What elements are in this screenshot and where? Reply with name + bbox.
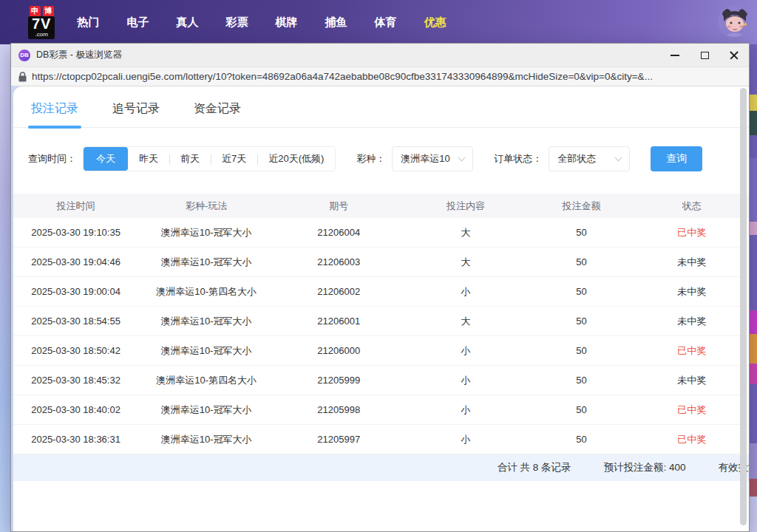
nav-item[interactable]: 体育: [374, 16, 396, 30]
lock-icon: [18, 72, 27, 82]
table-row: 2025-03-30 18:50:42澳洲幸运10-冠军大小21206000小5…: [13, 336, 749, 366]
chevron-down-icon: [615, 154, 622, 162]
lottery-select-value: 澳洲幸运10: [401, 152, 449, 166]
minimize-button[interactable]: [660, 44, 690, 66]
time-option[interactable]: 近7天: [211, 147, 257, 171]
table-cell: 50: [528, 316, 634, 327]
table-cell: 澳洲幸运10-冠军大小: [138, 344, 274, 358]
time-option[interactable]: 前天: [169, 147, 211, 171]
table-cell: 50: [528, 256, 634, 267]
close-button[interactable]: [719, 44, 749, 66]
records-card: 投注记录追号记录资金记录 查询时间： 今天昨天前天近7天近20天(低频) 彩种：…: [13, 86, 749, 531]
order-status-label: 订单状态：: [494, 152, 542, 166]
table-cell: 小: [403, 344, 528, 358]
summary-item: 预计投注金额: 400: [603, 461, 685, 474]
time-option[interactable]: 近20天(低频): [257, 147, 335, 171]
browser-window: DB DB彩票 - 极速浏览器 https://ctopcp02pcali.ue…: [10, 43, 750, 532]
bet-records-table: 投注时间彩种-玩法期号投注内容投注金额状态 2025-03-30 19:10:3…: [13, 194, 749, 481]
user-avatar[interactable]: [718, 5, 751, 38]
table-cell: 澳洲幸运10-冠军大小: [138, 403, 274, 417]
table-cell: 50: [528, 286, 634, 297]
table-body: 2025-03-30 19:10:35澳洲幸运10-冠军大小21206004大5…: [13, 218, 749, 454]
table-cell: 2025-03-30 19:10:35: [13, 227, 138, 238]
nav-item[interactable]: 优惠: [424, 16, 446, 30]
nav-item[interactable]: 真人: [176, 16, 198, 30]
table-cell: 大: [403, 256, 528, 269]
table-cell: 小: [403, 285, 528, 299]
table-cell: 50: [528, 404, 634, 415]
logo-brand: 7V: [32, 16, 51, 32]
tab[interactable]: 追号记录: [112, 91, 160, 127]
site-logo[interactable]: 申 博 7V .com: [28, 6, 55, 39]
table-summary-row: 合计 共 8 条记录预计投注金额: 400有效投注金: [13, 454, 749, 481]
browser-app-icon: DB: [18, 50, 30, 61]
minimize-icon: [671, 55, 679, 56]
table-row: 2025-03-30 18:36:31澳洲幸运10-冠军大小21205997小5…: [13, 425, 749, 454]
column-header: 投注金额: [528, 200, 634, 213]
table-cell: 2025-03-30 19:00:04: [13, 286, 138, 297]
close-icon: [729, 50, 739, 61]
table-cell: 2025-03-30 18:50:42: [13, 345, 138, 356]
table-cell: 21206003: [274, 256, 403, 267]
status-cell: 未中奖: [635, 315, 749, 328]
table-cell: 50: [528, 375, 634, 386]
status-cell: 已中奖: [635, 403, 749, 417]
table-cell: 21206001: [274, 316, 403, 327]
time-option[interactable]: 今天: [84, 147, 128, 171]
order-status-select[interactable]: 全部状态: [549, 146, 630, 171]
table-cell: 21205997: [274, 434, 403, 445]
table-row: 2025-03-30 18:40:02澳洲幸运10-冠军大小21205998小5…: [13, 395, 749, 425]
window-controls: [660, 44, 749, 66]
background-peek-strip: [750, 44, 757, 532]
status-cell: 未中奖: [635, 256, 749, 269]
table-cell: 大: [403, 226, 528, 239]
window-title: DB彩票 - 极速浏览器: [36, 49, 122, 61]
column-header: 状态: [635, 200, 749, 213]
page-scrollbar[interactable]: [740, 88, 747, 525]
address-bar[interactable]: https://ctopcp02pcali.uengi5e.com/lotter…: [11, 66, 749, 86]
maximize-icon: [701, 52, 709, 59]
table-row: 2025-03-30 19:10:35澳洲幸运10-冠军大小21206004大5…: [13, 218, 749, 248]
table-cell: 澳洲幸运10-冠军大小: [138, 315, 274, 328]
table-cell: 50: [528, 434, 634, 445]
summary-item: 合计 共 8 条记录: [498, 461, 571, 474]
records-tabs: 投注记录追号记录资金记录: [13, 86, 749, 128]
table-row: 2025-03-30 18:45:32澳洲幸运10-第四名大小21205999小…: [13, 366, 749, 395]
column-header: 期号: [274, 200, 403, 213]
table-cell: 大: [403, 315, 528, 328]
status-cell: 未中奖: [635, 374, 749, 387]
tab[interactable]: 资金记录: [194, 91, 241, 127]
nav-item[interactable]: 棋牌: [275, 16, 297, 30]
filter-row: 查询时间： 今天昨天前天近7天近20天(低频) 彩种： 澳洲幸运10 订单状态：…: [13, 146, 749, 171]
table-cell: 21206004: [274, 227, 403, 238]
window-titlebar[interactable]: DB DB彩票 - 极速浏览器: [11, 44, 749, 66]
time-filter-label: 查询时间：: [28, 152, 76, 166]
nav-item[interactable]: 彩票: [225, 16, 248, 30]
url-text[interactable]: https://ctopcp02pcali.uengi5e.com/lotter…: [32, 71, 653, 82]
nav-item[interactable]: 电子: [126, 16, 149, 30]
status-cell: 已中奖: [635, 433, 749, 446]
table-cell: 小: [403, 403, 528, 417]
lottery-filter-label: 彩种：: [356, 152, 385, 166]
nav-item[interactable]: 捕鱼: [325, 16, 347, 30]
time-filter-group: 今天昨天前天近7天近20天(低频): [83, 146, 336, 171]
table-cell: 澳洲幸运10-第四名大小: [138, 285, 274, 299]
tab[interactable]: 投注记录: [31, 91, 78, 127]
nav-item[interactable]: 热门: [77, 16, 99, 30]
query-button[interactable]: 查询: [651, 146, 702, 171]
status-cell: 已中奖: [635, 226, 749, 239]
chevron-down-icon: [458, 154, 466, 162]
order-status-value: 全部状态: [557, 152, 596, 166]
table-cell: 澳洲幸运10-冠军大小: [138, 226, 274, 239]
time-option[interactable]: 昨天: [128, 147, 169, 171]
table-cell: 21205999: [274, 375, 403, 386]
table-row: 2025-03-30 18:54:55澳洲幸运10-冠军大小21206001大5…: [13, 307, 749, 336]
table-cell: 50: [528, 227, 634, 238]
lottery-select[interactable]: 澳洲幸运10: [392, 146, 473, 171]
table-row: 2025-03-30 19:00:04澳洲幸运10-第四名大小21206002小…: [13, 277, 749, 307]
maximize-button[interactable]: [690, 44, 719, 66]
table-cell: 2025-03-30 18:40:02: [13, 404, 138, 415]
table-cell: 21206002: [274, 286, 403, 297]
table-cell: 21205998: [274, 404, 403, 415]
table-header-row: 投注时间彩种-玩法期号投注内容投注金额状态: [13, 194, 749, 218]
